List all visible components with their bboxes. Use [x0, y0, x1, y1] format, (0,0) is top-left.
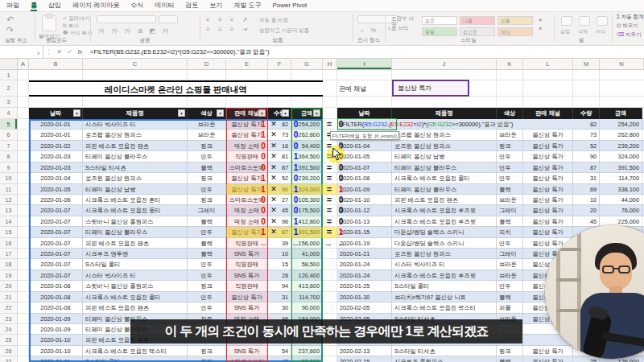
ribbon-tab-페이지 레이아웃[interactable]: 페이지 레이아웃 — [72, 0, 119, 11]
cell-color[interactable]: 블랙 — [188, 249, 226, 259]
style-gallery-down-icon[interactable]: ▼ — [538, 26, 543, 31]
cell-amount[interactable]: 237,600 — [291, 346, 323, 356]
cell-date[interactable]: 2020-01-09 — [29, 314, 83, 324]
cell-channel[interactable]: SNS 특가 — [226, 270, 268, 281]
redo-icon[interactable]: ↷ — [6, 25, 14, 35]
cell-date[interactable]: 2020-01-07 — [29, 249, 83, 259]
cell-qty[interactable]: 45 — [573, 216, 600, 227]
cell-color[interactable]: 블랙 — [188, 216, 226, 227]
cell-qty[interactable]: 42 — [268, 356, 291, 362]
cell-product[interactable]: 시크록스 베스트 모음전 루즈핏 — [392, 205, 497, 216]
font-name-select[interactable] — [97, 15, 156, 23]
cell-channel[interactable]: 직영판매 — [226, 259, 268, 269]
cell-color[interactable]: 연두 — [497, 162, 523, 173]
cell-date[interactable]: 2020-01-01 — [29, 119, 83, 130]
row-header-13[interactable]: 13 — [0, 205, 18, 216]
cell-date[interactable]: 2020-01-10 — [29, 346, 83, 356]
cell-amount[interactable]: 413,600 — [291, 281, 323, 291]
cell-color[interactable]: 연두 — [497, 238, 523, 249]
cell-color[interactable]: 핑크 — [188, 141, 226, 151]
cell-channel[interactable]: 직영판매 — [226, 281, 268, 291]
row-header-24[interactable]: 24 — [0, 324, 18, 335]
cell-color[interactable]: 핑크 — [188, 195, 226, 205]
cell-amount[interactable]: 120,400 — [291, 270, 323, 281]
row-header-26[interactable]: 26 — [0, 346, 18, 356]
cell-product[interactable]: S스타일 티셔츠 — [392, 346, 497, 356]
삽입-icon[interactable] — [561, 16, 572, 26]
filter-dropdown-icon[interactable]: ▼ — [217, 109, 224, 117]
cell-amount[interactable]: 262,800 — [600, 130, 642, 140]
cell-qty[interactable]: 90 — [573, 151, 600, 162]
clipboard-서식 복사-button[interactable]: � 서식 복사 — [63, 30, 92, 37]
cell-product[interactable]: 로즈윈 봄신상 원피스 — [83, 173, 188, 183]
cell-channel[interactable]: 봄신상 특가 — [523, 184, 573, 195]
cell-color[interactable]: 연두 — [188, 292, 226, 302]
cell-color[interactable]: 그레이 — [497, 249, 523, 259]
표 서식-button[interactable]: 표 서식 — [391, 26, 419, 31]
cell-color[interactable]: 연두 — [188, 259, 226, 269]
filter-dropdown-icon[interactable]: ▼ — [258, 109, 266, 117]
cell-date[interactable]: 2020-01-30 — [337, 292, 392, 302]
cell-channel[interactable]: 봄신상 특가 — [523, 173, 573, 183]
channel-filter-value-cell[interactable]: 봄신상 특가 — [392, 80, 469, 97]
row-header-22[interactable]: 22 — [0, 302, 18, 313]
cell-product[interactable]: 티페미 봄신상 남방 — [392, 151, 497, 162]
cell-style-경고문[interactable]: 경고문 — [460, 27, 495, 36]
cell-amount[interactable]: 41,000 — [291, 249, 323, 259]
cell-product[interactable]: 브리치x렉기67 봄신상 니트 — [392, 292, 497, 302]
cell-amount[interactable]: 114,700 — [291, 292, 323, 302]
align-top-buttons[interactable]: ≡ ≡ ≡ ⇗ — [206, 16, 250, 23]
column-header-A[interactable]: A — [18, 59, 29, 70]
cell-channel[interactable]: 봄신상 특가 — [226, 292, 268, 302]
cell-product[interactable]: 시크루즈 맨투맨 — [83, 249, 188, 259]
font-size-select[interactable] — [159, 15, 178, 23]
cell-product[interactable]: 티페이 봄신상 블라우스 — [83, 227, 188, 237]
column-header-N[interactable]: N — [600, 59, 644, 70]
cell-channel[interactable]: SNS 특가 — [226, 302, 268, 313]
ribbon-tab-삽입[interactable]: 삽입 — [48, 0, 61, 11]
cell-color[interactable]: 연두 — [188, 302, 226, 313]
cell-amount[interactable]: 324,000 — [600, 151, 642, 162]
cell-date[interactable]: 2020-01-08 — [337, 173, 392, 183]
cell-color[interactable]: 블랙 — [497, 216, 523, 227]
cell-channel[interactable]: 봄신상 특가 — [523, 141, 573, 151]
cell-channel[interactable]: SNS 특가 — [226, 346, 268, 356]
cell-product[interactable]: 피핀 베스트 모음전 팬츠 — [83, 302, 188, 313]
cell-date[interactable]: 2020-01-07 — [29, 227, 83, 237]
cell-amount[interactable]: 44,000 — [600, 195, 642, 205]
cell-date[interactable]: 2020-01-07 — [29, 205, 83, 216]
cell-qty[interactable]: 39 — [268, 238, 291, 249]
undo-icon[interactable]: ↶ — [6, 14, 14, 25]
ribbon-tab-검토[interactable]: 검토 — [185, 0, 198, 11]
cell-product[interactable]: S스타일 롱티 — [83, 356, 188, 362]
row-header-1[interactable]: 1 — [0, 70, 18, 80]
column-header-D[interactable]: D — [188, 59, 226, 70]
cell-product[interactable]: 티페미 봄신상 남방 — [83, 184, 188, 195]
cell-date[interactable]: 2020-01-03 — [29, 151, 83, 162]
cell-amount[interactable]: 114,700 — [600, 173, 642, 183]
cell-product[interactable]: 시크록스 베스트 모음전 둥티 — [83, 205, 188, 216]
row-header-2[interactable]: 2 — [0, 80, 18, 97]
row-header-6[interactable]: 6 — [0, 130, 18, 140]
row-header-7[interactable]: 7 — [0, 141, 18, 151]
cell-style-보통[interactable]: 보통 — [497, 16, 533, 25]
cell-qty[interactable]: 82 — [573, 119, 600, 130]
cell-date[interactable]: 2020-01-12 — [337, 205, 392, 216]
ribbon-tab-수식[interactable]: 수식 — [130, 0, 143, 11]
cell-date[interactable]: 2020-01-24 — [337, 270, 392, 281]
cell-channel[interactable]: 봄신상 특가 — [523, 130, 573, 140]
cell-color[interactable]: 퍼플 — [497, 302, 523, 313]
cell-channel[interactable]: SNS 특가 — [226, 249, 268, 259]
filter-formula-cell[interactable]: =FILTER(B5:G232,(E5:E232=I2)*(G5:G232>=3… — [339, 119, 572, 130]
row-header-12[interactable]: 12 — [0, 195, 18, 205]
autosum-button[interactable]: Σ 자동 합계 — [617, 14, 644, 21]
cell-amount[interactable]: 391,500 — [600, 162, 642, 173]
삭제-button[interactable]: 삭제 — [578, 28, 588, 35]
cell-product[interactable]: 다온샵/밴딩 슬랙스 스키니 — [392, 227, 497, 237]
enter-icon[interactable]: ✓ — [64, 48, 75, 56]
row-header-3[interactable]: 3 — [0, 97, 18, 108]
cell-date[interactable]: 2020-01-10 — [337, 195, 392, 205]
cell-product[interactable]: 시스타 빅사이즈 티 — [83, 270, 188, 281]
cell-qty[interactable]: 28 — [268, 270, 291, 281]
row-header-23[interactable]: 23 — [0, 314, 18, 324]
